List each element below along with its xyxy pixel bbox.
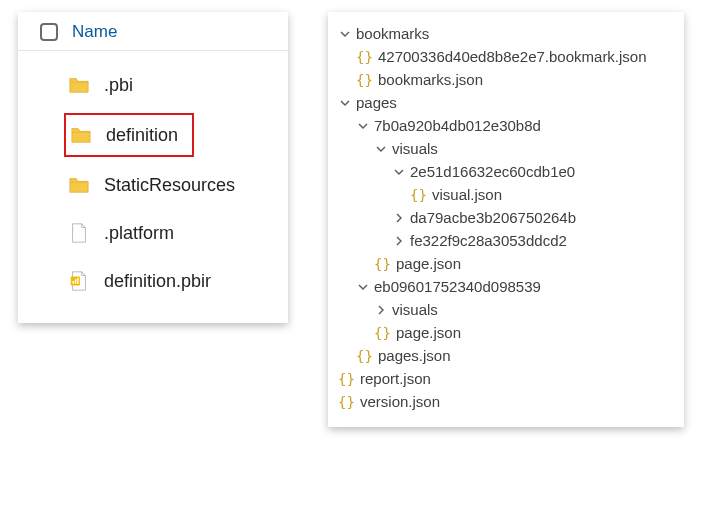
chevron-down-icon[interactable] (338, 27, 352, 41)
explorer-item-label: definition (106, 125, 178, 146)
explorer-item--platform[interactable]: .platform (64, 213, 276, 253)
select-all-checkbox[interactable] (40, 23, 58, 41)
tree-row[interactable]: visuals (336, 137, 676, 160)
tree-label: bookmarks.json (378, 71, 483, 88)
tree-row[interactable]: da79acbe3b206750264b (336, 206, 676, 229)
tree-row[interactable]: 7b0a920b4db012e30b8d (336, 114, 676, 137)
tree-row[interactable]: {}bookmarks.json (336, 68, 676, 91)
tree-label: 42700336d40ed8b8e2e7.bookmark.json (378, 48, 647, 65)
explorer-item-StaticResources[interactable]: StaticResources (64, 165, 276, 205)
tree-label: da79acbe3b206750264b (410, 209, 576, 226)
explorer-item-label: .pbi (104, 75, 133, 96)
tree-label: visuals (392, 140, 438, 157)
tree-label: visual.json (432, 186, 502, 203)
folder-icon (68, 74, 90, 96)
explorer-item--pbi[interactable]: .pbi (64, 65, 276, 105)
folder-icon (70, 124, 92, 146)
tree-row[interactable]: {}version.json (336, 390, 676, 413)
tree-row[interactable]: {}report.json (336, 367, 676, 390)
chevron-down-icon[interactable] (338, 96, 352, 110)
file-explorer-panel: Name .pbidefinitionStaticResources.platf… (18, 12, 288, 323)
tree-row[interactable]: {}page.json (336, 321, 676, 344)
tree-label: 2e51d16632ec60cdb1e0 (410, 163, 575, 180)
tree-label: 7b0a920b4db012e30b8d (374, 117, 541, 134)
folder-icon (68, 174, 90, 196)
tree-row[interactable]: eb09601752340d098539 (336, 275, 676, 298)
tree-label: pages.json (378, 347, 451, 364)
chevron-down-icon[interactable] (356, 119, 370, 133)
explorer-item-label: StaticResources (104, 175, 235, 196)
chevron-right-icon[interactable] (374, 303, 388, 317)
tree-row[interactable]: {}visual.json (336, 183, 676, 206)
tree-row[interactable]: bookmarks (336, 22, 676, 45)
chevron-right-icon[interactable] (392, 211, 406, 225)
json-file-icon: {} (356, 72, 372, 88)
tree-row[interactable]: {}42700336d40ed8b8e2e7.bookmark.json (336, 45, 676, 68)
explorer-item-definition-pbir[interactable]: definition.pbir (64, 261, 276, 301)
chevron-right-icon[interactable] (392, 234, 406, 248)
chevron-down-icon[interactable] (374, 142, 388, 156)
json-file-icon: {} (338, 371, 354, 387)
column-header-name[interactable]: Name (72, 22, 117, 42)
chevron-down-icon[interactable] (356, 280, 370, 294)
folder-tree-panel: bookmarks{}42700336d40ed8b8e2e7.bookmark… (328, 12, 684, 427)
tree-label: bookmarks (356, 25, 429, 42)
chevron-down-icon[interactable] (392, 165, 406, 179)
file-icon (68, 222, 90, 244)
tree-row[interactable]: 2e51d16632ec60cdb1e0 (336, 160, 676, 183)
tree-label: eb09601752340d098539 (374, 278, 541, 295)
json-file-icon: {} (356, 348, 372, 364)
explorer-item-definition[interactable]: definition (64, 113, 194, 157)
explorer-item-label: definition.pbir (104, 271, 211, 292)
tree-label: fe322f9c28a3053ddcd2 (410, 232, 567, 249)
pbir-icon (68, 270, 90, 292)
tree-label: page.json (396, 324, 461, 341)
tree-row[interactable]: pages (336, 91, 676, 114)
json-file-icon: {} (338, 394, 354, 410)
tree-label: visuals (392, 301, 438, 318)
tree-label: version.json (360, 393, 440, 410)
json-file-icon: {} (374, 256, 390, 272)
tree-row[interactable]: visuals (336, 298, 676, 321)
json-file-icon: {} (410, 187, 426, 203)
tree-label: report.json (360, 370, 431, 387)
tree-label: pages (356, 94, 397, 111)
tree-row[interactable]: {}page.json (336, 252, 676, 275)
tree-row[interactable]: {}pages.json (336, 344, 676, 367)
tree-row[interactable]: fe322f9c28a3053ddcd2 (336, 229, 676, 252)
explorer-header: Name (18, 12, 288, 51)
json-file-icon: {} (356, 49, 372, 65)
tree-label: page.json (396, 255, 461, 272)
json-file-icon: {} (374, 325, 390, 341)
explorer-item-label: .platform (104, 223, 174, 244)
